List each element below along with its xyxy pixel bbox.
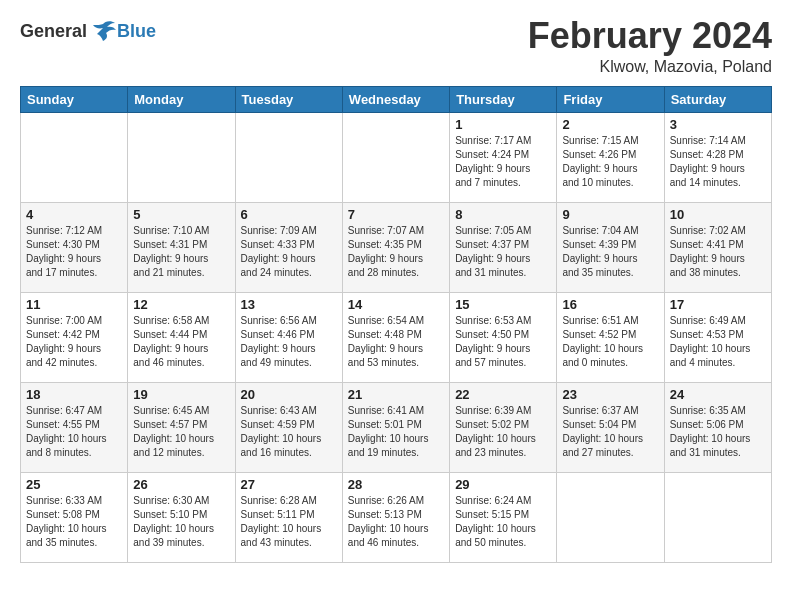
day-info: Sunrise: 6:41 AM Sunset: 5:01 PM Dayligh… bbox=[348, 404, 444, 460]
day-info: Sunrise: 6:39 AM Sunset: 5:02 PM Dayligh… bbox=[455, 404, 551, 460]
day-number: 19 bbox=[133, 387, 229, 402]
calendar-cell: 10Sunrise: 7:02 AM Sunset: 4:41 PM Dayli… bbox=[664, 202, 771, 292]
calendar-cell bbox=[557, 472, 664, 562]
day-number: 26 bbox=[133, 477, 229, 492]
calendar-cell bbox=[128, 112, 235, 202]
logo-bird-icon bbox=[89, 20, 117, 42]
calendar-cell: 12Sunrise: 6:58 AM Sunset: 4:44 PM Dayli… bbox=[128, 292, 235, 382]
day-info: Sunrise: 7:07 AM Sunset: 4:35 PM Dayligh… bbox=[348, 224, 444, 280]
logo-general-text: General bbox=[20, 21, 87, 42]
calendar-cell: 4Sunrise: 7:12 AM Sunset: 4:30 PM Daylig… bbox=[21, 202, 128, 292]
header-tuesday: Tuesday bbox=[235, 86, 342, 112]
calendar-header-row: Sunday Monday Tuesday Wednesday Thursday… bbox=[21, 86, 772, 112]
calendar-cell: 6Sunrise: 7:09 AM Sunset: 4:33 PM Daylig… bbox=[235, 202, 342, 292]
day-info: Sunrise: 7:14 AM Sunset: 4:28 PM Dayligh… bbox=[670, 134, 766, 190]
day-info: Sunrise: 7:10 AM Sunset: 4:31 PM Dayligh… bbox=[133, 224, 229, 280]
day-number: 20 bbox=[241, 387, 337, 402]
day-info: Sunrise: 7:15 AM Sunset: 4:26 PM Dayligh… bbox=[562, 134, 658, 190]
day-number: 1 bbox=[455, 117, 551, 132]
calendar-cell: 18Sunrise: 6:47 AM Sunset: 4:55 PM Dayli… bbox=[21, 382, 128, 472]
calendar-cell: 17Sunrise: 6:49 AM Sunset: 4:53 PM Dayli… bbox=[664, 292, 771, 382]
day-number: 23 bbox=[562, 387, 658, 402]
logo: General Blue bbox=[20, 20, 156, 42]
day-info: Sunrise: 6:30 AM Sunset: 5:10 PM Dayligh… bbox=[133, 494, 229, 550]
day-info: Sunrise: 7:09 AM Sunset: 4:33 PM Dayligh… bbox=[241, 224, 337, 280]
day-info: Sunrise: 7:02 AM Sunset: 4:41 PM Dayligh… bbox=[670, 224, 766, 280]
calendar-cell: 3Sunrise: 7:14 AM Sunset: 4:28 PM Daylig… bbox=[664, 112, 771, 202]
calendar-cell bbox=[342, 112, 449, 202]
header: General Blue February 2024 Klwow, Mazovi… bbox=[20, 16, 772, 76]
calendar-cell: 26Sunrise: 6:30 AM Sunset: 5:10 PM Dayli… bbox=[128, 472, 235, 562]
day-info: Sunrise: 6:54 AM Sunset: 4:48 PM Dayligh… bbox=[348, 314, 444, 370]
header-friday: Friday bbox=[557, 86, 664, 112]
day-info: Sunrise: 6:26 AM Sunset: 5:13 PM Dayligh… bbox=[348, 494, 444, 550]
calendar-cell: 1Sunrise: 7:17 AM Sunset: 4:24 PM Daylig… bbox=[450, 112, 557, 202]
day-number: 18 bbox=[26, 387, 122, 402]
day-number: 14 bbox=[348, 297, 444, 312]
day-number: 24 bbox=[670, 387, 766, 402]
day-number: 7 bbox=[348, 207, 444, 222]
day-number: 22 bbox=[455, 387, 551, 402]
day-number: 9 bbox=[562, 207, 658, 222]
day-info: Sunrise: 7:04 AM Sunset: 4:39 PM Dayligh… bbox=[562, 224, 658, 280]
day-info: Sunrise: 6:37 AM Sunset: 5:04 PM Dayligh… bbox=[562, 404, 658, 460]
day-info: Sunrise: 6:35 AM Sunset: 5:06 PM Dayligh… bbox=[670, 404, 766, 460]
day-number: 27 bbox=[241, 477, 337, 492]
day-number: 11 bbox=[26, 297, 122, 312]
day-number: 15 bbox=[455, 297, 551, 312]
day-info: Sunrise: 6:33 AM Sunset: 5:08 PM Dayligh… bbox=[26, 494, 122, 550]
day-number: 25 bbox=[26, 477, 122, 492]
calendar-week-5: 25Sunrise: 6:33 AM Sunset: 5:08 PM Dayli… bbox=[21, 472, 772, 562]
calendar-cell: 27Sunrise: 6:28 AM Sunset: 5:11 PM Dayli… bbox=[235, 472, 342, 562]
title-area: February 2024 Klwow, Mazovia, Poland bbox=[528, 16, 772, 76]
calendar-cell: 23Sunrise: 6:37 AM Sunset: 5:04 PM Dayli… bbox=[557, 382, 664, 472]
day-number: 21 bbox=[348, 387, 444, 402]
day-number: 13 bbox=[241, 297, 337, 312]
header-saturday: Saturday bbox=[664, 86, 771, 112]
day-info: Sunrise: 7:05 AM Sunset: 4:37 PM Dayligh… bbox=[455, 224, 551, 280]
calendar-week-3: 11Sunrise: 7:00 AM Sunset: 4:42 PM Dayli… bbox=[21, 292, 772, 382]
day-info: Sunrise: 7:12 AM Sunset: 4:30 PM Dayligh… bbox=[26, 224, 122, 280]
calendar-cell: 19Sunrise: 6:45 AM Sunset: 4:57 PM Dayli… bbox=[128, 382, 235, 472]
calendar-cell: 24Sunrise: 6:35 AM Sunset: 5:06 PM Dayli… bbox=[664, 382, 771, 472]
day-info: Sunrise: 6:49 AM Sunset: 4:53 PM Dayligh… bbox=[670, 314, 766, 370]
calendar-cell: 11Sunrise: 7:00 AM Sunset: 4:42 PM Dayli… bbox=[21, 292, 128, 382]
calendar-cell: 14Sunrise: 6:54 AM Sunset: 4:48 PM Dayli… bbox=[342, 292, 449, 382]
calendar-cell: 28Sunrise: 6:26 AM Sunset: 5:13 PM Dayli… bbox=[342, 472, 449, 562]
day-number: 10 bbox=[670, 207, 766, 222]
day-number: 29 bbox=[455, 477, 551, 492]
day-number: 28 bbox=[348, 477, 444, 492]
calendar-week-4: 18Sunrise: 6:47 AM Sunset: 4:55 PM Dayli… bbox=[21, 382, 772, 472]
header-monday: Monday bbox=[128, 86, 235, 112]
day-info: Sunrise: 6:58 AM Sunset: 4:44 PM Dayligh… bbox=[133, 314, 229, 370]
day-info: Sunrise: 6:47 AM Sunset: 4:55 PM Dayligh… bbox=[26, 404, 122, 460]
day-number: 5 bbox=[133, 207, 229, 222]
day-info: Sunrise: 6:45 AM Sunset: 4:57 PM Dayligh… bbox=[133, 404, 229, 460]
day-info: Sunrise: 6:53 AM Sunset: 4:50 PM Dayligh… bbox=[455, 314, 551, 370]
calendar-week-1: 1Sunrise: 7:17 AM Sunset: 4:24 PM Daylig… bbox=[21, 112, 772, 202]
day-info: Sunrise: 7:17 AM Sunset: 4:24 PM Dayligh… bbox=[455, 134, 551, 190]
page-container: General Blue February 2024 Klwow, Mazovi… bbox=[20, 16, 772, 563]
header-thursday: Thursday bbox=[450, 86, 557, 112]
day-number: 4 bbox=[26, 207, 122, 222]
calendar-cell: 13Sunrise: 6:56 AM Sunset: 4:46 PM Dayli… bbox=[235, 292, 342, 382]
calendar-cell: 22Sunrise: 6:39 AM Sunset: 5:02 PM Dayli… bbox=[450, 382, 557, 472]
day-number: 2 bbox=[562, 117, 658, 132]
day-info: Sunrise: 6:43 AM Sunset: 4:59 PM Dayligh… bbox=[241, 404, 337, 460]
calendar-cell: 5Sunrise: 7:10 AM Sunset: 4:31 PM Daylig… bbox=[128, 202, 235, 292]
day-info: Sunrise: 6:56 AM Sunset: 4:46 PM Dayligh… bbox=[241, 314, 337, 370]
calendar-cell: 20Sunrise: 6:43 AM Sunset: 4:59 PM Dayli… bbox=[235, 382, 342, 472]
calendar-cell: 15Sunrise: 6:53 AM Sunset: 4:50 PM Dayli… bbox=[450, 292, 557, 382]
calendar-cell: 25Sunrise: 6:33 AM Sunset: 5:08 PM Dayli… bbox=[21, 472, 128, 562]
calendar-table: Sunday Monday Tuesday Wednesday Thursday… bbox=[20, 86, 772, 563]
calendar-cell: 8Sunrise: 7:05 AM Sunset: 4:37 PM Daylig… bbox=[450, 202, 557, 292]
day-info: Sunrise: 7:00 AM Sunset: 4:42 PM Dayligh… bbox=[26, 314, 122, 370]
day-number: 6 bbox=[241, 207, 337, 222]
header-wednesday: Wednesday bbox=[342, 86, 449, 112]
calendar-cell: 7Sunrise: 7:07 AM Sunset: 4:35 PM Daylig… bbox=[342, 202, 449, 292]
calendar-cell bbox=[664, 472, 771, 562]
location: Klwow, Mazovia, Poland bbox=[528, 58, 772, 76]
month-title: February 2024 bbox=[528, 16, 772, 56]
header-sunday: Sunday bbox=[21, 86, 128, 112]
logo-blue-text: Blue bbox=[117, 21, 156, 42]
